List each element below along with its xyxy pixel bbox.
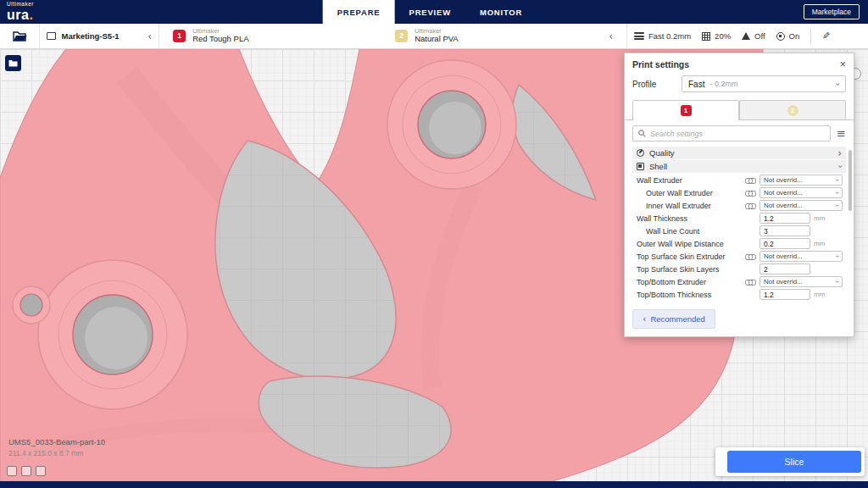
panel-footer: ‹ Recommended [625, 302, 854, 336]
layers-icon [634, 32, 644, 40]
setting-label: Wall Extruder [637, 176, 745, 185]
link-icon[interactable] [745, 177, 755, 183]
extruder-1-card[interactable]: 1 Ultimaker Red Tough PLA [164, 28, 387, 45]
setting-value-field[interactable]: 2 [760, 263, 810, 274]
extruder-tab-1[interactable]: 1 [632, 100, 739, 119]
folder-icon [13, 30, 27, 42]
printer-selector[interactable]: Marketing-S5-1 ‹ [40, 24, 159, 48]
search-settings-box[interactable] [632, 125, 831, 141]
extruder-tabs: 1 2 [625, 100, 854, 120]
link-icon[interactable] [745, 202, 755, 208]
panel-title: Print settings [632, 59, 839, 69]
chevron-down-icon: › [833, 179, 841, 181]
setting-dropdown[interactable]: Not overrid...› [760, 200, 843, 211]
chevron-left-icon: ‹ [643, 313, 646, 324]
tab-preview[interactable]: PREVIEW [395, 0, 465, 24]
link-icon[interactable] [745, 279, 755, 285]
setting-value: 1.2 [764, 214, 774, 223]
extruder-2-card[interactable]: 2 Ultimaker Natural PVA [387, 28, 609, 45]
recommended-mode-button[interactable]: ‹ Recommended [632, 309, 715, 329]
chevron-down-icon: › [833, 280, 841, 283]
adhesion-icon [776, 32, 785, 41]
slice-button[interactable]: Slice [727, 451, 861, 473]
setting-row: Outer Wall Wipe Distance0.2mm [632, 237, 846, 250]
printer-name: Marketing-S5-1 [61, 31, 147, 41]
summary-profile: Fast 0.2mm [648, 31, 691, 41]
object-tool-icon[interactable] [36, 466, 46, 476]
object-tool-icon[interactable] [21, 466, 31, 476]
action-panel: Slice [715, 447, 865, 476]
summary-adhesion: On [789, 31, 800, 41]
close-icon[interactable]: × [839, 58, 846, 69]
settings-list: Quality›Shell›Wall ExtruderNot overrid..… [625, 147, 854, 302]
printer-type-icon [47, 32, 56, 40]
setting-value-field[interactable]: 1.2 [760, 289, 810, 300]
setting-row: Top Surface Skin Layers2 [632, 263, 846, 275]
setting-dropdown[interactable]: Not overrid...› [760, 175, 843, 186]
quality-icon [637, 149, 644, 157]
profile-dropdown[interactable]: Fast - 0.2mm › [682, 75, 846, 92]
object-tool-icon[interactable] [7, 466, 17, 476]
setting-value-field[interactable]: 3 [760, 225, 810, 236]
setting-value-field[interactable]: 0.2 [760, 238, 810, 249]
search-row: ≡ [625, 120, 854, 147]
link-icon[interactable] [745, 253, 755, 259]
setting-value: Not overrid... [764, 176, 836, 184]
setting-row: Inner Wall ExtruderNot overrid...› [632, 199, 846, 212]
support-chip: Off [742, 31, 765, 41]
edit-pencil-icon[interactable]: ✎ [822, 30, 830, 42]
profile-hint: - 0.2mm [709, 80, 836, 88]
open-file-button[interactable] [0, 24, 40, 48]
hub-a-hole-floor [429, 102, 481, 154]
search-settings-input[interactable] [650, 130, 825, 138]
infill-chip: 20% [702, 31, 731, 41]
setting-label: Inner Wall Extruder [637, 202, 745, 210]
setting-label: Wall Line Count [637, 227, 760, 236]
setting-unit: mm [810, 240, 829, 247]
extruder-1-icon: 1 [173, 30, 186, 42]
folder-icon [8, 59, 18, 67]
top-bar: Ultimaker ura. PREPARE PREVIEW MONITOR M… [0, 0, 868, 24]
setting-label: Wall Thickness [637, 214, 760, 223]
print-settings-summary-button[interactable]: Fast 0.2mm 20% Off On ✎ [627, 24, 868, 48]
brand-dot: . [29, 8, 32, 22]
settings-menu-icon[interactable]: ≡ [837, 127, 846, 140]
configuration-toolbar: Marketing-S5-1 ‹ 1 Ultimaker Red Tough P… [0, 24, 868, 49]
marketplace-button[interactable]: Marketplace [804, 4, 860, 19]
summary-infill: 20% [715, 31, 731, 41]
extruder-2-material: Natural PVA [415, 35, 459, 44]
tab-monitor[interactable]: MONITOR [465, 0, 537, 24]
settings-category-shell[interactable]: Shell› [632, 160, 846, 173]
profile-value: Fast [688, 80, 704, 89]
model-name: UMS5_0033-Beam-part-10 [8, 437, 105, 446]
tab-prepare[interactable]: PREPARE [323, 0, 395, 24]
settings-scrollbar[interactable] [849, 150, 852, 211]
print-settings-panel: Print settings × Profile Fast - 0.2mm › … [624, 53, 854, 337]
chevron-down-icon: › [833, 255, 841, 258]
category-label: Quality [649, 148, 837, 158]
link-icon[interactable] [745, 190, 755, 196]
profile-label: Profile [632, 80, 673, 89]
setting-value: Not overrid... [764, 202, 836, 209]
infill-icon [702, 32, 710, 41]
setting-dropdown[interactable]: Not overrid...› [760, 276, 843, 287]
configuration-collapse-chevron[interactable]: ‹ [609, 30, 621, 42]
setting-value: 1.2 [764, 291, 774, 299]
setting-dropdown[interactable]: Not overrid...› [760, 187, 843, 198]
setting-value: 2 [764, 265, 768, 274]
setting-value: Not overrid... [764, 189, 836, 197]
setting-row: Wall Line Count3 [632, 225, 846, 237]
setting-label: Top/Bottom Thickness [637, 291, 760, 299]
panel-header: Print settings × [625, 53, 854, 74]
profile-row: Profile Fast - 0.2mm › [625, 74, 854, 98]
setting-label: Outer Wall Extruder [637, 189, 745, 197]
settings-category-quality[interactable]: Quality› [632, 147, 846, 159]
setting-dropdown[interactable]: Not overrid...› [760, 251, 843, 262]
shell-icon [637, 163, 644, 170]
open-file-floating-button[interactable] [5, 55, 21, 71]
extruder-1-material: Red Tough PLA [192, 35, 248, 44]
brand-cura-text: ura [7, 8, 29, 22]
recommended-label: Recommended [650, 314, 704, 324]
extruder-tab-2[interactable]: 2 [739, 100, 846, 119]
setting-value-field[interactable]: 1.2 [760, 213, 810, 224]
